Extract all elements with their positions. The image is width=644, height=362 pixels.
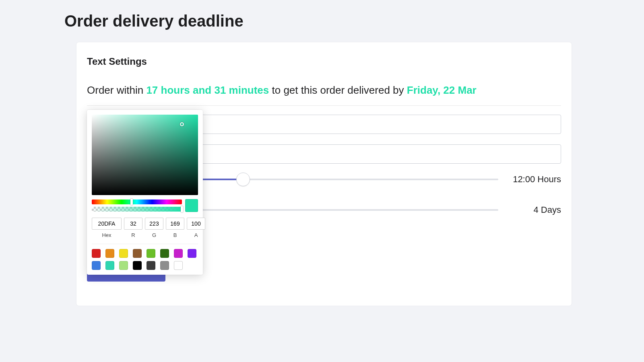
hours-slider-thumb[interactable] [236,173,250,186]
color-picker-swatch-13[interactable] [160,261,169,270]
color-picker-swatch-12[interactable] [147,261,155,270]
color-picker-g-label: G [152,232,156,238]
hours-slider-value: 12:00 Hours [513,174,561,185]
preview-date: Friday, 22 Mar [407,84,477,96]
form-area: 12:00 Hours 4 Days Highlight Color Updat… [87,115,561,282]
color-picker-saturation[interactable] [92,115,198,195]
page-title: Order delivery deadline [64,12,644,30]
message-preview: Order within 17 hours and 31 minutes to … [87,84,561,106]
color-picker-swatch-9[interactable] [105,261,114,270]
color-picker-alpha-pointer[interactable] [181,206,183,212]
color-picker-hex-input[interactable] [92,218,122,230]
settings-card: Text Settings Order within 17 hours and … [76,42,572,306]
color-picker-saturation-pointer[interactable] [180,122,184,126]
color-picker-swatch-11[interactable] [133,261,142,270]
color-picker-alpha-slider[interactable] [92,207,182,212]
color-picker-a-label: A [194,232,198,238]
color-picker-b-label: B [173,232,177,238]
color-picker-g-input[interactable] [145,218,163,230]
color-picker-swatch-0[interactable] [92,249,101,258]
color-picker-b-input[interactable] [166,218,184,230]
color-picker-swatch-2[interactable] [119,249,128,258]
color-picker-a-input[interactable] [187,218,205,230]
color-picker-swatches [92,244,198,270]
color-picker-swatch-8[interactable] [92,261,101,270]
color-picker-swatch-4[interactable] [147,249,155,258]
color-picker-hue-pointer[interactable] [130,199,133,205]
preview-prefix: Order within [87,84,146,96]
color-picker-swatch-6[interactable] [174,249,183,258]
color-picker-hue-slider[interactable] [92,200,182,204]
color-picker-r-input[interactable] [124,218,142,230]
color-picker-swatch-7[interactable] [188,249,196,258]
color-picker-swatch-14[interactable] [174,261,183,270]
color-picker-preview-chip [185,199,198,212]
color-picker-swatch-1[interactable] [105,249,114,258]
color-picker-popover: Hex R G B A [87,110,203,275]
section-title: Text Settings [87,56,561,67]
color-picker-inputs: Hex R G B A [92,218,198,238]
color-picker-hex-label: Hex [102,232,111,238]
preview-middle: to get this order delivered by [269,84,407,96]
days-slider-value: 4 Days [513,205,561,215]
color-picker-swatch-5[interactable] [160,249,169,258]
color-picker-swatch-3[interactable] [133,249,142,258]
color-picker-swatch-10[interactable] [119,261,128,270]
color-picker-r-label: R [131,232,135,238]
preview-time: 17 hours and 31 minutes [146,84,269,96]
